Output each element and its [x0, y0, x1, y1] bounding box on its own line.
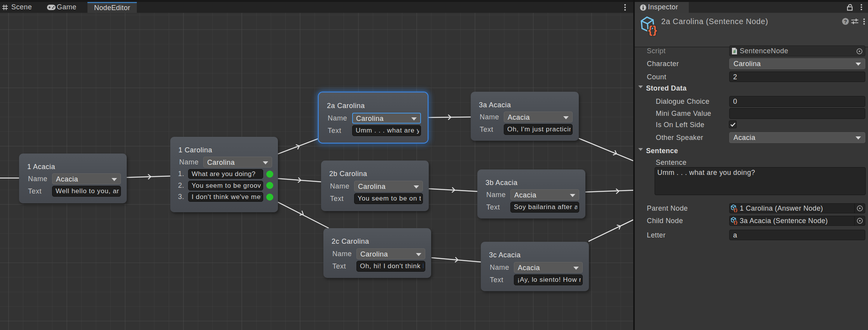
- svg-text:?: ?: [844, 19, 847, 24]
- svg-text:#: #: [733, 49, 736, 54]
- svg-text:{}: {}: [734, 207, 737, 212]
- svg-text:{}: {}: [734, 220, 737, 225]
- svg-text:{}: {}: [648, 24, 658, 36]
